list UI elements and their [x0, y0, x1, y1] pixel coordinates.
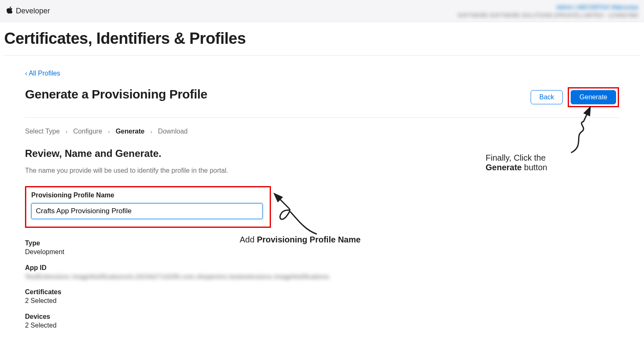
- devices-value: 2 Selected: [25, 322, 619, 329]
- page-title: Certificates, Identifiers & Profiles: [4, 30, 640, 48]
- account-area[interactable]: Admin | ABCDEFGH Wijesuriya SOFTWARE SOF…: [458, 4, 638, 18]
- type-block: Type Development: [25, 240, 619, 256]
- generate-highlight: Generate: [568, 87, 619, 107]
- generate-button[interactable]: Generate: [571, 90, 616, 104]
- page-title-wrap: Certificates, Identifiers & Profiles: [4, 22, 640, 55]
- step-select-type[interactable]: Select Type: [25, 128, 60, 135]
- account-org: SOFTWARE SOFTWARE SOLUTIONS (PRIVATE) LI…: [458, 12, 638, 18]
- profile-name-label: Provisioning Profile Name: [31, 192, 265, 199]
- topbar: Developer Admin | ABCDEFGH Wijesuriya SO…: [0, 0, 644, 22]
- review-description: The name you provide will be used to ide…: [25, 167, 619, 174]
- brand-label: Developer: [16, 7, 50, 15]
- appid-block: App ID TestExtensions ImageNotifications…: [25, 264, 619, 280]
- certificates-block: Certificates 2 Selected: [25, 288, 619, 305]
- step-configure[interactable]: Configure: [73, 128, 102, 135]
- devices-label: Devices: [25, 313, 619, 320]
- chevron-right-icon: ›: [150, 129, 152, 135]
- back-button[interactable]: Back: [531, 90, 563, 104]
- profile-name-input[interactable]: [31, 203, 263, 219]
- page-container: Certificates, Identifiers & Profiles ‹ A…: [0, 22, 644, 329]
- devices-block: Devices 2 Selected: [25, 313, 619, 329]
- type-value: Development: [25, 248, 619, 256]
- certificates-label: Certificates: [25, 288, 619, 296]
- chevron-right-icon: ›: [65, 129, 67, 135]
- type-label: Type: [25, 240, 619, 247]
- appid-label: App ID: [25, 264, 619, 272]
- content-area: ‹ All Profiles Generate a Provisioning P…: [4, 55, 640, 329]
- chevron-right-icon: ›: [108, 129, 110, 135]
- step-download: Download: [158, 128, 188, 135]
- action-buttons: Back Generate: [531, 87, 619, 107]
- profile-name-box: Provisioning Profile Name: [25, 186, 271, 228]
- section-header: Generate a Provisioning Profile Back Gen…: [25, 87, 619, 118]
- all-profiles-link[interactable]: ‹ All Profiles: [25, 70, 60, 77]
- step-breadcrumb: Select Type › Configure › Generate › Dow…: [25, 128, 619, 135]
- account-name: Admin | ABCDEFGH Wijesuriya: [556, 4, 638, 10]
- review-heading: Review, Name and Generate.: [25, 148, 619, 159]
- section-title: Generate a Provisioning Profile: [25, 87, 208, 101]
- apple-logo-icon: [6, 5, 13, 16]
- certificates-value: 2 Selected: [25, 297, 619, 305]
- appid-value: TestExtensions ImageNotificationsXL20234…: [25, 273, 619, 280]
- step-generate: Generate: [115, 128, 144, 135]
- brand-area[interactable]: Developer: [6, 5, 50, 16]
